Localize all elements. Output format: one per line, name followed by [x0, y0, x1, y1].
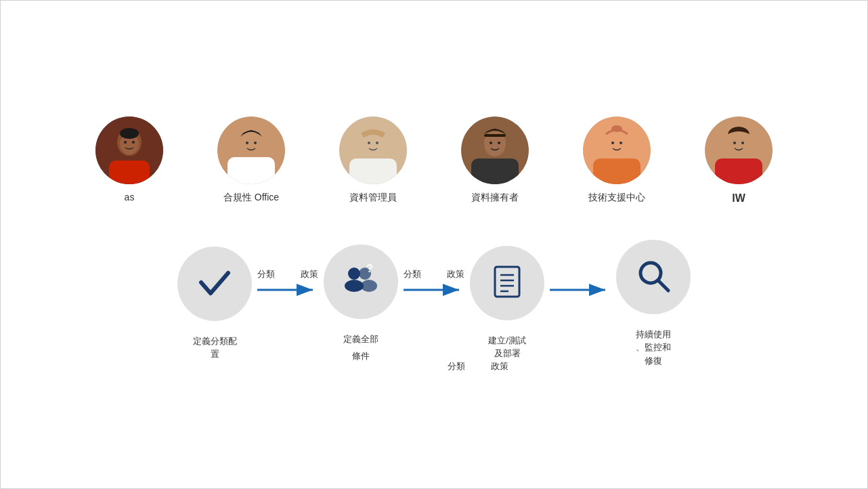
arrow-2-container: 分類 政策: [398, 268, 470, 298]
step-1-section: 定義分類配置: [177, 247, 252, 361]
step-1-main-label: 定義分類配置: [193, 335, 237, 361]
checklist-icon: [487, 261, 527, 305]
svg-rect-23: [484, 134, 506, 137]
svg-point-37: [348, 268, 360, 280]
step-4-circle: [616, 240, 691, 314]
avatar-data-manager: [339, 116, 407, 184]
step-3-main-label: 建立/測試及部署: [488, 334, 526, 360]
personas-row: as 合規性 Office: [95, 116, 773, 206]
svg-point-32: [728, 131, 750, 156]
arrow-3-svg: [550, 282, 611, 298]
svg-point-40: [361, 280, 377, 292]
arrow-1-sub-labels: 分類 政策: [448, 360, 508, 373]
arrow-1-sub-right: 政策: [491, 360, 508, 373]
arrow-2-top-right: 政策: [447, 268, 464, 280]
sub-labels-row: 分類 政策: [1, 360, 867, 373]
avatar-iw: [705, 116, 773, 184]
svg-point-33: [733, 142, 736, 144]
persona-compliance-label: 合規性 Office: [223, 191, 279, 205]
svg-point-34: [741, 142, 744, 144]
arrow-1-top-left: 分類: [257, 268, 275, 280]
avatar-compliance: [217, 116, 285, 184]
step-1-circle: [177, 247, 252, 321]
arrow-2-svg: [404, 282, 464, 298]
arrow-3-container: [544, 269, 616, 298]
svg-rect-44: [495, 267, 519, 297]
persona-as-label: as: [125, 191, 135, 205]
svg-point-21: [490, 142, 492, 144]
avatar-as: [95, 116, 163, 184]
svg-point-26: [606, 131, 628, 156]
step-2-circle: ?: [324, 244, 398, 319]
arrow-2-top-left: 分類: [404, 268, 421, 280]
step-4-section: 持續使用、監控和修復: [616, 240, 691, 368]
svg-point-28: [620, 142, 622, 144]
slide-container: as 合規性 Office: [0, 0, 868, 489]
svg-rect-25: [593, 158, 641, 184]
step-2-section: ? 定義全部 條件: [324, 244, 398, 362]
svg-point-27: [611, 142, 614, 144]
svg-rect-14: [349, 158, 397, 184]
arrow-1-top-right: 政策: [301, 268, 318, 280]
svg-rect-9: [227, 157, 275, 184]
svg-line-52: [658, 280, 668, 291]
svg-point-7: [120, 128, 139, 139]
svg-point-6: [132, 141, 135, 144]
step-3-circle: [470, 246, 544, 320]
svg-point-17: [376, 142, 378, 144]
persona-data-manager: 資料管理員: [339, 116, 407, 205]
svg-point-5: [124, 141, 127, 144]
svg-point-10: [240, 131, 262, 156]
svg-rect-3: [109, 161, 150, 184]
step-1-labels: 定義分類配置: [193, 335, 237, 361]
svg-point-22: [498, 142, 500, 144]
avatar-data-owner: [461, 116, 529, 184]
svg-rect-31: [715, 158, 762, 184]
svg-point-11: [246, 142, 248, 144]
persona-compliance: 合規性 Office: [217, 116, 285, 205]
checkmark-icon: [194, 262, 235, 305]
step-3-labels: 建立/測試及部署: [488, 334, 526, 362]
arrow-1-container: 分類 政策: [252, 268, 324, 298]
persona-data-owner-label: 資料擁有者: [471, 191, 519, 205]
arrow-1-top-labels: 分類 政策: [257, 268, 318, 280]
persona-tech-support-label: 技術支援中心: [588, 191, 645, 205]
persona-data-manager-label: 資料管理員: [349, 191, 397, 205]
step-2-main-label: 定義全部: [343, 333, 378, 346]
process-row: 定義分類配置 分類 政策: [177, 240, 691, 368]
search-icon: [633, 255, 674, 299]
persona-iw: IW: [705, 116, 773, 206]
step-2-labels: 定義全部 條件: [343, 333, 378, 362]
avatar-tech-support: [583, 116, 651, 184]
svg-point-29: [611, 125, 622, 132]
persona-data-owner: 資料擁有者: [461, 116, 529, 205]
svg-rect-19: [471, 158, 519, 184]
svg-text:?: ?: [366, 263, 373, 274]
arrow-1-svg: [257, 282, 318, 298]
persona-tech-support: 技術支援中心: [583, 116, 651, 205]
arrow-1-sub-left: 分類: [448, 360, 465, 373]
arrow-2-top-labels: 分類 政策: [404, 268, 464, 280]
persona-as: as: [95, 116, 163, 205]
svg-point-12: [254, 142, 257, 144]
step-3-section: 建立/測試及部署: [470, 246, 544, 362]
persona-iw-label: IW: [732, 191, 745, 206]
people-question-icon: ?: [341, 260, 381, 303]
svg-point-38: [345, 280, 364, 292]
svg-point-16: [368, 142, 370, 144]
